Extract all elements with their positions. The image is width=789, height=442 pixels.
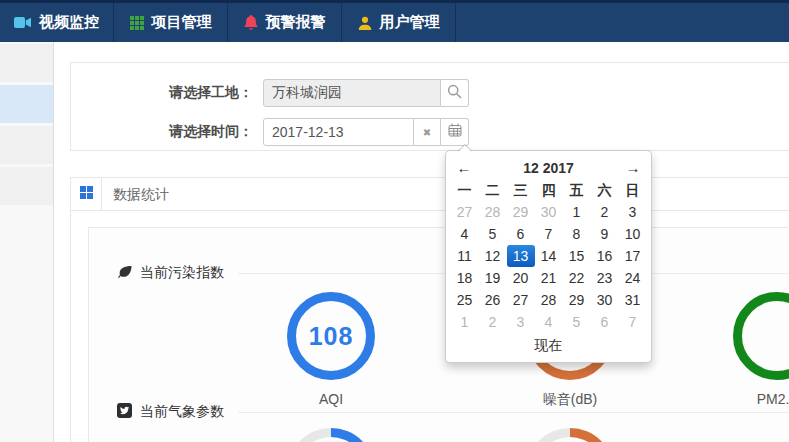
sidebar-item[interactable] <box>0 44 53 82</box>
nav-item-label: 预警报警 <box>266 13 326 32</box>
day-cell[interactable]: 6 <box>507 223 535 245</box>
day-cell[interactable]: 2 <box>479 311 507 333</box>
weekday-label: 三 <box>507 180 535 201</box>
weekday-row: 一 二 三 四 五 六 日 <box>450 180 647 201</box>
weekday-label: 二 <box>479 180 507 201</box>
user-icon <box>358 16 372 30</box>
stats-panel-title: 数据统计 <box>102 178 169 210</box>
datepicker-header: ← 12 2017 → <box>450 155 647 180</box>
prev-month-button[interactable]: ← <box>450 159 478 176</box>
nav-item[interactable]: 视频监控 <box>0 3 114 42</box>
day-cell[interactable]: 7 <box>535 223 563 245</box>
nav-item-label: 用户管理 <box>380 13 440 32</box>
aqi-gauge: 108 AQI <box>287 292 375 407</box>
calendar-icon <box>448 123 462 141</box>
day-cell[interactable]: 3 <box>619 201 647 223</box>
sidebar-item[interactable] <box>0 85 53 123</box>
sidebar-item[interactable] <box>0 126 53 164</box>
day-cell[interactable]: 26 <box>479 289 507 311</box>
grid-2x2-icon <box>80 185 93 203</box>
day-cell[interactable]: 28 <box>479 201 507 223</box>
day-cell[interactable]: 31 <box>619 289 647 311</box>
now-button[interactable]: 现在 <box>450 333 647 358</box>
time-calendar-button[interactable] <box>441 118 469 146</box>
weekday-label: 五 <box>563 180 591 201</box>
day-cell[interactable]: 29 <box>507 201 535 223</box>
sidebar <box>0 42 54 442</box>
day-cell[interactable]: 22 <box>563 267 591 289</box>
day-cell[interactable]: 13 <box>507 245 535 267</box>
weather-gauge-1 <box>287 428 375 442</box>
grid-icon <box>130 16 144 30</box>
weekday-label: 六 <box>591 180 619 201</box>
pollution-section-title: 当前污染指数 <box>140 264 224 282</box>
nav-item[interactable]: 预警报警 <box>228 3 342 42</box>
day-cell[interactable]: 7 <box>619 311 647 333</box>
day-cell[interactable]: 14 <box>535 245 563 267</box>
day-cell[interactable]: 27 <box>451 201 479 223</box>
day-cell[interactable]: 8 <box>563 223 591 245</box>
bird-icon <box>117 403 132 421</box>
day-cell[interactable]: 5 <box>479 223 507 245</box>
time-input-group: ✖ <box>263 118 469 146</box>
site-search-button[interactable] <box>441 79 469 107</box>
clear-icon: ✖ <box>423 127 431 138</box>
day-cell[interactable]: 16 <box>591 245 619 267</box>
time-input[interactable] <box>263 118 414 146</box>
day-cell[interactable]: 25 <box>451 289 479 311</box>
day-cell[interactable]: 5 <box>563 311 591 333</box>
datepicker-month-title[interactable]: 12 2017 <box>478 160 619 176</box>
day-cell[interactable]: 23 <box>591 267 619 289</box>
day-cell[interactable]: 19 <box>479 267 507 289</box>
nav-item[interactable]: 用户管理 <box>342 3 456 42</box>
stats-panel: 数据统计 当前污染指数 108 AQI 噪音(dB) <box>70 177 789 442</box>
day-cell[interactable]: 29 <box>563 289 591 311</box>
site-form-row: 请选择工地： <box>71 79 789 107</box>
pm25-gauge-ring <box>733 292 789 380</box>
bell-icon <box>244 15 258 30</box>
day-cell[interactable]: 20 <box>507 267 535 289</box>
nav-item-label: 视频监控 <box>39 13 99 32</box>
time-form-row: 请选择时间： ✖ <box>71 118 789 146</box>
pm25-gauge: PM2.5 <box>733 292 789 407</box>
next-month-button[interactable]: → <box>619 159 647 176</box>
day-cell[interactable]: 12 <box>479 245 507 267</box>
day-cell[interactable]: 24 <box>619 267 647 289</box>
stats-panel-header: 数据统计 <box>71 178 789 211</box>
day-cell[interactable]: 11 <box>451 245 479 267</box>
site-input-group <box>263 79 469 107</box>
day-cell[interactable]: 4 <box>535 311 563 333</box>
day-cell[interactable]: 9 <box>591 223 619 245</box>
site-label: 请选择工地： <box>71 84 253 102</box>
weekday-label: 日 <box>619 180 647 201</box>
stats-icon-cell <box>71 178 102 210</box>
aqi-value: 108 <box>309 322 354 351</box>
day-cell[interactable]: 4 <box>451 223 479 245</box>
weather-section-title: 当前气象参数 <box>140 403 224 421</box>
video-camera-icon <box>14 16 31 29</box>
day-cell[interactable]: 3 <box>507 311 535 333</box>
leaf-icon <box>117 265 132 282</box>
day-cell[interactable]: 28 <box>535 289 563 311</box>
nav-item[interactable]: 项目管理 <box>114 3 228 42</box>
day-cell[interactable]: 21 <box>535 267 563 289</box>
day-cell[interactable]: 10 <box>619 223 647 245</box>
day-cell[interactable]: 2 <box>591 201 619 223</box>
site-input[interactable] <box>263 79 441 107</box>
search-icon <box>447 84 462 103</box>
weather-section-header: 当前气象参数 <box>117 403 789 421</box>
day-cell[interactable]: 6 <box>591 311 619 333</box>
day-cell[interactable]: 1 <box>563 201 591 223</box>
day-cell[interactable]: 18 <box>451 267 479 289</box>
day-cell[interactable]: 17 <box>619 245 647 267</box>
day-cell[interactable]: 1 <box>451 311 479 333</box>
nav-item-label: 项目管理 <box>152 13 212 32</box>
day-cell[interactable]: 30 <box>591 289 619 311</box>
sidebar-item[interactable] <box>0 167 53 205</box>
filter-panel: 请选择工地： 请选择时间： ✖ <box>70 62 789 151</box>
day-cell[interactable]: 15 <box>563 245 591 267</box>
day-cell[interactable]: 27 <box>507 289 535 311</box>
day-cell[interactable]: 30 <box>535 201 563 223</box>
time-clear-button[interactable]: ✖ <box>414 118 441 146</box>
gauges-card: 当前污染指数 108 AQI 噪音(dB) PM2.5 <box>88 227 789 442</box>
